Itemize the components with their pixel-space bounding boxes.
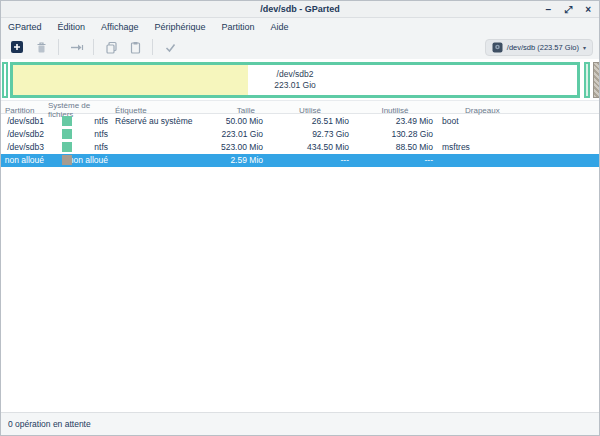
cell-used: 434.50 Mio — [267, 142, 353, 152]
window-controls: – ⤢ × — [546, 1, 591, 18]
cell-size: 50.00 Mio — [181, 116, 267, 126]
cell-size: 2.59 Mio — [181, 155, 267, 165]
disk-segment-unallocated[interactable] — [593, 62, 600, 98]
paste-icon — [129, 41, 142, 54]
cell-used: --- — [267, 155, 353, 165]
table-row[interactable]: /dev/sdb2 ntfs 223.01 Gio 92.73 Gio 130.… — [1, 127, 599, 140]
restore-button[interactable]: ⤢ — [564, 5, 572, 15]
pending-operations-text: 0 opération en attente — [8, 419, 91, 429]
cell-label: Réservé au système — [111, 116, 181, 126]
cell-size: 523.00 Mio — [181, 142, 267, 152]
filesystem-color-swatch — [62, 142, 72, 152]
segment-label: /dev/sdb2 223.01 Gio — [274, 69, 316, 91]
harddisk-icon — [492, 42, 503, 53]
cell-partition: /dev/sdb2 — [1, 129, 48, 139]
status-bar: 0 opération en attente — [1, 412, 599, 435]
cell-used: 92.73 Gio — [267, 129, 353, 139]
disk-segment-sdb2[interactable]: /dev/sdb2 223.01 Gio — [10, 62, 580, 98]
filesystem-color-swatch — [62, 116, 72, 126]
toolbar-separator — [152, 39, 153, 55]
minimize-button[interactable]: – — [546, 5, 552, 15]
chevron-down-icon: ▾ — [583, 44, 586, 51]
toolbar-separator — [93, 39, 94, 55]
cell-unused: 88.50 Mio — [353, 142, 437, 152]
disk-visual: /dev/sdb2 223.01 Gio — [1, 59, 599, 100]
toolbar: /dev/sdb (223.57 Gio) ▾ — [1, 35, 599, 59]
table-row[interactable]: /dev/sdb3 ntfs 523.00 Mio 434.50 Mio 88.… — [1, 141, 599, 154]
device-selector-value: /dev/sdb (223.57 Gio) — [507, 43, 579, 52]
disk-segment-sdb3[interactable] — [584, 62, 590, 98]
cell-partition: /dev/sdb1 — [1, 116, 48, 126]
window-title: /dev/sdb - GParted — [1, 4, 599, 14]
table-header-row: Partition Système de fichiers Étiquette … — [1, 100, 599, 114]
header-size[interactable]: Taille — [181, 106, 267, 115]
cell-unused: 130.28 Gio — [353, 129, 437, 139]
cell-flags: msftres — [437, 142, 599, 152]
paste-partition-button[interactable] — [123, 37, 147, 57]
resize-move-button[interactable] — [64, 37, 88, 57]
close-button[interactable]: × — [585, 5, 591, 15]
cell-partition: /dev/sdb3 — [1, 142, 48, 152]
filesystem-color-swatch — [62, 129, 72, 139]
header-partition[interactable]: Partition — [1, 106, 48, 115]
cell-filesystem: ntfs — [48, 129, 111, 139]
disk-segment-sdb1[interactable] — [2, 62, 8, 98]
partition-table: Partition Système de fichiers Étiquette … — [1, 100, 599, 167]
table-row[interactable]: /dev/sdb1 ntfs Réservé au système 50.00 … — [1, 114, 599, 127]
menu-gparted[interactable]: GParted — [5, 21, 45, 33]
cell-filesystem: ntfs — [48, 116, 111, 126]
cell-flags: boot — [437, 116, 599, 126]
menu-affichage[interactable]: Affichage — [98, 21, 141, 33]
trash-icon — [35, 41, 48, 54]
cell-filesystem: non alloué — [48, 155, 111, 165]
header-used[interactable]: Utilisé — [267, 106, 353, 115]
menu-partition[interactable]: Partition — [218, 21, 257, 33]
header-unused[interactable]: Inutilisé — [353, 106, 437, 115]
copy-partition-button[interactable] — [99, 37, 123, 57]
cell-unused: --- — [353, 155, 437, 165]
menu-peripherique[interactable]: Périphérique — [151, 21, 208, 33]
cell-partition: non alloué — [1, 155, 48, 165]
toolbar-separator — [58, 39, 59, 55]
device-selector[interactable]: /dev/sdb (223.57 Gio) ▾ — [485, 39, 593, 56]
new-partition-button[interactable] — [5, 37, 29, 57]
new-partition-icon — [10, 40, 24, 54]
cell-filesystem: ntfs — [48, 142, 111, 152]
menu-edition[interactable]: Édition — [55, 21, 89, 33]
apply-operations-button[interactable] — [158, 37, 182, 57]
check-icon — [164, 41, 177, 54]
header-label[interactable]: Étiquette — [111, 106, 181, 115]
filesystem-color-swatch — [62, 155, 72, 165]
cell-unused: 23.49 Mio — [353, 116, 437, 126]
menu-aide[interactable]: Aide — [268, 21, 292, 33]
used-space-fill — [13, 65, 248, 95]
table-row-selected[interactable]: non alloué non alloué 2.59 Mio --- --- — [1, 154, 599, 167]
cell-used: 26.51 Mio — [267, 116, 353, 126]
empty-area — [1, 167, 599, 412]
menubar: GParted Édition Affichage Périphérique P… — [1, 18, 599, 35]
titlebar: /dev/sdb - GParted – ⤢ × — [1, 1, 599, 18]
copy-icon — [105, 41, 118, 54]
gparted-window: /dev/sdb - GParted – ⤢ × GParted Édition… — [0, 0, 600, 436]
cell-size: 223.01 Gio — [181, 129, 267, 139]
header-flags[interactable]: Drapeaux — [437, 106, 599, 115]
resize-arrow-icon — [69, 41, 84, 54]
delete-partition-button[interactable] — [29, 37, 53, 57]
